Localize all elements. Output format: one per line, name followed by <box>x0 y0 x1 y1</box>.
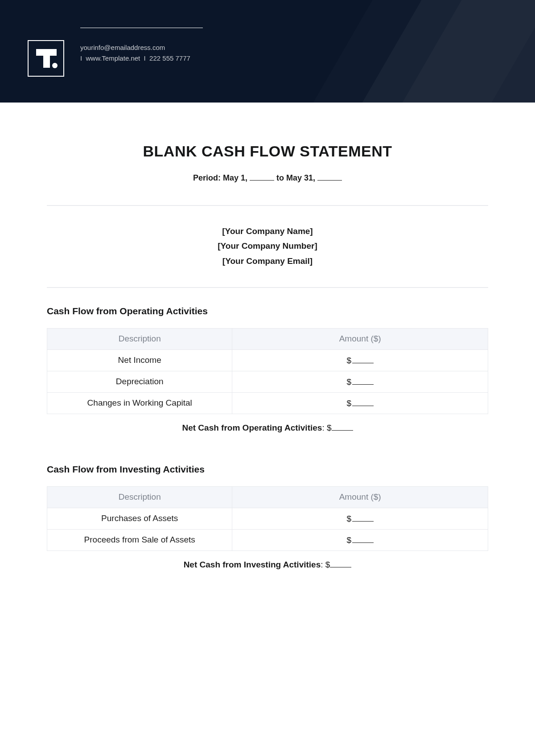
document-title: BLANK CASH FLOW STATEMENT <box>47 143 488 160</box>
cell-amount: $ <box>232 392 488 414</box>
table-row: Changes in Working Capital $ <box>47 392 488 414</box>
divider <box>47 205 488 206</box>
company-number: [Your Company Number] <box>47 238 488 253</box>
company-email: [Your Company Email] <box>47 254 488 268</box>
cell-desc: Depreciation <box>47 371 232 392</box>
operating-table: Description Amount ($) Net Income $ Depr… <box>47 328 488 414</box>
col-header-desc: Description <box>47 328 232 349</box>
period-end-year-blank[interactable] <box>317 173 342 181</box>
operating-net-line: Net Cash from Operating Activities: $ <box>47 422 488 433</box>
cell-desc: Net Income <box>47 349 232 371</box>
net-amount-blank[interactable] <box>330 559 351 567</box>
col-header-desc: Description <box>47 486 232 508</box>
cell-amount: $ <box>232 508 488 529</box>
divider <box>47 287 488 288</box>
investing-net-line: Net Cash from Investing Activities: $ <box>47 559 488 570</box>
header-email: yourinfo@emailaddress.com <box>80 42 203 53</box>
cell-desc: Proceeds from Sale of Assets <box>47 529 232 551</box>
table-row: Purchases of Assets $ <box>47 508 488 529</box>
header-rule <box>80 28 203 28</box>
cell-desc: Purchases of Assets <box>47 508 232 529</box>
col-header-amount: Amount ($) <box>232 328 488 349</box>
period-prefix: Period: May 1, <box>193 173 247 182</box>
period-line: Period: May 1, to May 31, <box>47 173 488 183</box>
amount-blank[interactable] <box>352 513 374 522</box>
header-line2: I www.Template.net I 222 555 7777 <box>80 53 203 64</box>
cell-amount: $ <box>232 529 488 551</box>
cell-amount: $ <box>232 349 488 371</box>
header-contact: yourinfo@emailaddress.com I www.Template… <box>80 28 203 64</box>
net-amount-blank[interactable] <box>332 422 353 431</box>
page-header: yourinfo@emailaddress.com I www.Template… <box>0 0 535 103</box>
cell-amount: $ <box>232 371 488 392</box>
investing-table: Description Amount ($) Purchases of Asse… <box>47 486 488 551</box>
operating-section-title: Cash Flow from Operating Activities <box>47 306 488 316</box>
logo-block <box>28 40 64 77</box>
operating-net-label: Net Cash from Operating Activities <box>182 423 322 432</box>
amount-blank[interactable] <box>352 534 374 543</box>
company-name: [Your Company Name] <box>47 224 488 238</box>
col-header-amount: Amount ($) <box>232 486 488 508</box>
logo-icon <box>28 40 64 77</box>
table-row: Depreciation $ <box>47 371 488 392</box>
amount-blank[interactable] <box>352 355 374 363</box>
operating-net-value: : $ <box>322 423 331 432</box>
investing-net-label: Net Cash from Investing Activities <box>184 560 321 569</box>
table-row: Proceeds from Sale of Assets $ <box>47 529 488 551</box>
amount-blank[interactable] <box>352 376 374 385</box>
company-info: [Your Company Name] [Your Company Number… <box>47 224 488 268</box>
investing-section-title: Cash Flow from Investing Activities <box>47 464 488 475</box>
period-start-year-blank[interactable] <box>250 173 274 181</box>
period-middle: to May 31, <box>276 173 315 182</box>
investing-net-value: : $ <box>321 560 330 569</box>
cell-desc: Changes in Working Capital <box>47 392 232 414</box>
table-row: Net Income $ <box>47 349 488 371</box>
amount-blank[interactable] <box>352 398 374 406</box>
document-content: BLANK CASH FLOW STATEMENT Period: May 1,… <box>0 103 535 570</box>
